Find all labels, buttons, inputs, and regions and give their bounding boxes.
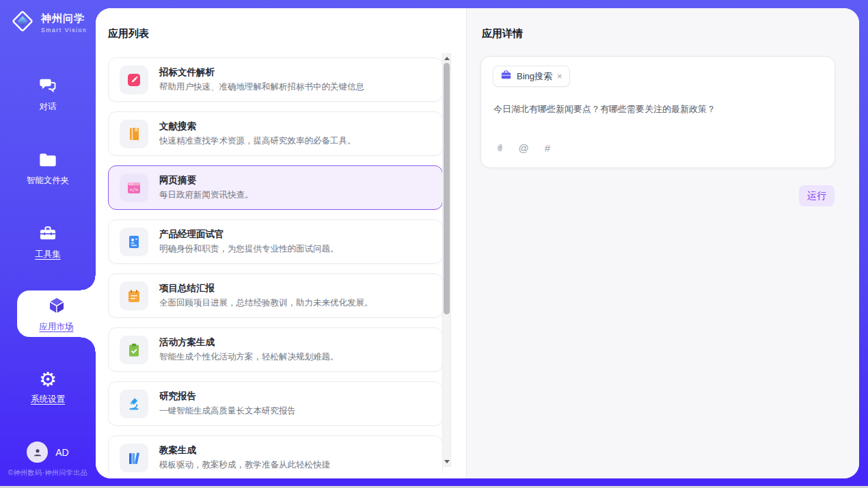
app-desc: 每日政府新闻资讯快查。 bbox=[159, 189, 254, 201]
toolbox-icon bbox=[38, 224, 57, 245]
app-desc: 快速精准查找学术资源，提高研究效率的必备工具。 bbox=[159, 135, 356, 147]
microscope-icon bbox=[120, 390, 148, 418]
app-desc: 全面回顾项目进展，总结经验教训，助力未来优化发展。 bbox=[159, 297, 373, 309]
folder-icon bbox=[38, 152, 57, 171]
paperclip-icon[interactable] bbox=[493, 141, 506, 154]
sidebar-item-chat[interactable]: 对话 bbox=[0, 77, 96, 113]
sidebar-item-label: 应用市场 bbox=[40, 321, 74, 333]
sidebar-item-label: 对话 bbox=[40, 101, 57, 113]
book-icon bbox=[120, 120, 148, 148]
app-name: 教案生成 bbox=[159, 444, 330, 457]
notepad-icon bbox=[120, 282, 148, 310]
app-desc: 模板驱动，教案秒成，教学准备从此轻松快捷 bbox=[159, 459, 330, 471]
brand-name: 神州问学 bbox=[41, 12, 87, 25]
app-name: 研究报告 bbox=[159, 390, 296, 403]
tool-chip-bing-search[interactable]: Bing搜索 × bbox=[493, 66, 570, 87]
books-icon bbox=[120, 444, 148, 472]
app-detail-panel: 应用详情 Bing搜索 × 今日湖北有哪些新闻要点？有哪些需要关注的最新政策？ bbox=[467, 8, 859, 478]
sidebar-item-label: 系统设置 bbox=[31, 394, 65, 405]
app-desc: 明确身份和职责，为您提供专业性的面试问题。 bbox=[159, 243, 339, 255]
copyright-footer: ©神州数码·神州问学出品 bbox=[0, 468, 96, 478]
diamond-logo-icon bbox=[10, 8, 36, 37]
user-account[interactable]: AD bbox=[0, 442, 96, 463]
scroll-up-icon[interactable] bbox=[443, 55, 450, 62]
app-card-bid-analysis[interactable]: 招标文件解析 帮助用户快速、准确地理解和解析招标书中的关键信息 bbox=[108, 57, 443, 102]
app-name: 活动方案生成 bbox=[159, 336, 339, 349]
app-list: 招标文件解析 帮助用户快速、准确地理解和解析招标书中的关键信息 文献搜索 快速精… bbox=[108, 57, 443, 473]
app-card-web-summary[interactable]: </> 网页摘要 每日政府新闻资讯快查。 bbox=[108, 165, 443, 210]
cube-icon bbox=[46, 295, 67, 318]
app-desc: 帮助用户快速、准确地理解和解析招标书中的关键信息 bbox=[159, 81, 364, 93]
scrollbar[interactable] bbox=[442, 53, 451, 467]
app-card-pm-interviewer[interactable]: 产品经理面试官 明确身份和职责，为您提供专业性的面试问题。 bbox=[108, 219, 443, 264]
sidebar: 神州问学 Smart Vision 对话 智能文件夹 bbox=[0, 0, 96, 488]
app-desc: 一键智能生成高质量长文本研究报告 bbox=[159, 405, 296, 417]
sidebar-item-label: 智能文件夹 bbox=[27, 175, 70, 187]
gear-icon: ⚙ bbox=[39, 369, 57, 390]
close-icon[interactable]: × bbox=[557, 71, 562, 81]
app-name: 项目总结汇报 bbox=[159, 282, 373, 295]
app-name: 招标文件解析 bbox=[159, 66, 364, 79]
prompt-text[interactable]: 今日湖北有哪些新闻要点？有哪些需要关注的最新政策？ bbox=[493, 103, 824, 116]
input-toolbar: @ # bbox=[493, 141, 554, 154]
sidebar-item-label: 工具集 bbox=[35, 249, 61, 260]
app-name: 网页摘要 bbox=[159, 174, 254, 187]
app-detail-title: 应用详情 bbox=[482, 27, 523, 40]
clipboard-check-icon bbox=[120, 336, 148, 364]
briefcase-icon bbox=[500, 69, 512, 83]
scrollbar-thumb[interactable] bbox=[444, 63, 450, 314]
sidebar-item-smart-folder[interactable]: 智能文件夹 bbox=[0, 152, 96, 187]
app-card-research-report[interactable]: 研究报告 一键智能生成高质量长文本研究报告 bbox=[108, 381, 443, 426]
app-list-title: 应用列表 bbox=[108, 27, 149, 40]
sidebar-item-app-market[interactable]: 应用市场 bbox=[17, 290, 96, 337]
app-card-literature-search[interactable]: 文献搜索 快速精准查找学术资源，提高研究效率的必备工具。 bbox=[108, 111, 443, 156]
interviewer-resume-icon bbox=[120, 228, 148, 256]
web-summary-icon: </> bbox=[120, 174, 148, 202]
app-card-lesson-plan[interactable]: 教案生成 模板驱动，教案秒成，教学准备从此轻松快捷 bbox=[108, 435, 443, 473]
sidebar-item-toolset[interactable]: 工具集 bbox=[0, 224, 96, 260]
brand-subtitle: Smart Vision bbox=[41, 27, 87, 33]
app-name: 产品经理面试官 bbox=[159, 228, 339, 241]
mention-icon[interactable]: @ bbox=[517, 141, 530, 154]
avatar bbox=[27, 442, 48, 463]
sidebar-item-settings[interactable]: ⚙ 系统设置 bbox=[0, 369, 96, 405]
app-card-event-plan[interactable]: 活动方案生成 智能生成个性化活动方案，轻松解决规划难题。 bbox=[108, 327, 443, 372]
brand-logo: 神州问学 Smart Vision bbox=[10, 8, 96, 37]
scroll-down-icon[interactable] bbox=[443, 458, 450, 465]
app-card-project-summary[interactable]: 项目总结汇报 全面回顾项目进展，总结经验教训，助力未来优化发展。 bbox=[108, 273, 443, 318]
app-list-panel: 应用列表 招标文件解析 帮助用户快速、准确地理解和解析招标书中的关键信息 bbox=[96, 8, 467, 478]
chip-label: Bing搜索 bbox=[517, 70, 552, 83]
hashtag-icon[interactable]: # bbox=[541, 141, 554, 154]
app-desc: 智能生成个性化活动方案，轻松解决规划难题。 bbox=[159, 351, 339, 363]
svg-text:</>: </> bbox=[130, 187, 139, 192]
app-name: 文献搜索 bbox=[159, 120, 356, 133]
chat-bubbles-icon bbox=[38, 77, 57, 97]
bid-document-icon bbox=[120, 66, 148, 94]
user-initials: AD bbox=[55, 447, 68, 458]
run-button[interactable]: 运行 bbox=[799, 185, 835, 206]
main-panel: 应用列表 招标文件解析 帮助用户快速、准确地理解和解析招标书中的关键信息 bbox=[96, 8, 859, 478]
prompt-card: Bing搜索 × 今日湖北有哪些新闻要点？有哪些需要关注的最新政策？ @ # bbox=[480, 56, 835, 168]
